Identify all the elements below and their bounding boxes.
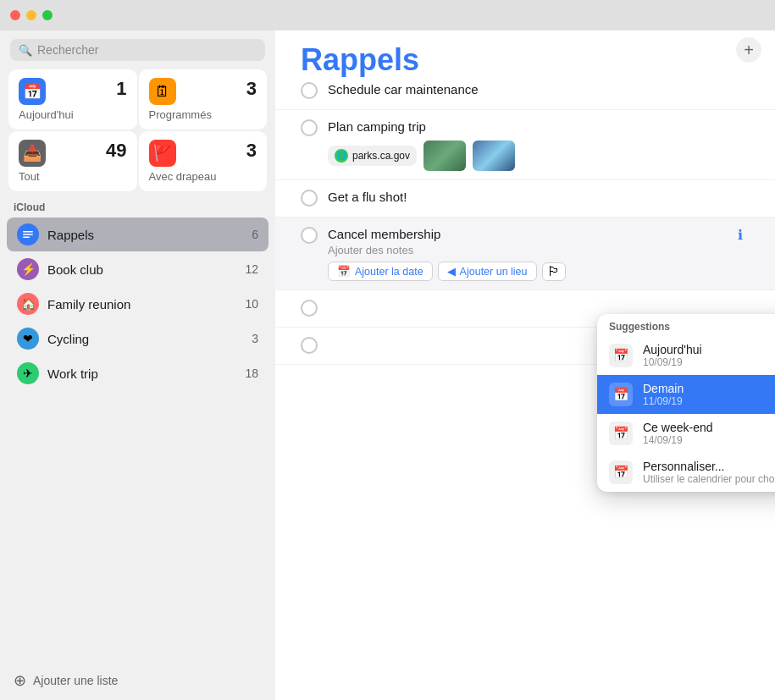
add-location-button[interactable]: ◀ Ajouter un lieu [438,262,537,281]
smart-group-all[interactable]: 📥 49 Tout [8,131,137,191]
rappels-icon [17,223,39,245]
family-label: Family reunion [47,297,236,311]
search-icon: 🔍 [19,44,32,57]
smart-group-today[interactable]: 📅 1 Aujourd'hui [8,69,137,130]
all-label: Tout [19,170,127,183]
worktrip-label: Work trip [47,367,236,381]
main-header: Rappels + [275,30,775,69]
dropdown-item-custom[interactable]: 📅 Personnaliser... Utiliser le calendrie… [597,453,775,492]
dropdown-item-tomorrow[interactable]: 📅 Demain 11/09/19 [597,375,775,414]
bookclub-icon: ⚡ [17,258,39,280]
title-bar [0,0,775,30]
scheduled-icon: 🗓 [149,78,176,105]
flagged-label: Avec drapeau [149,170,257,183]
scheduled-label: Programmés [149,108,257,121]
camping-image-1[interactable] [423,141,466,171]
reminder-item-4: Cancel membership Ajouter des notes 📅 Aj… [275,218,775,291]
reminder-body-3: Get a flu shot! [328,189,750,206]
reminder-title-1: Schedule car maintenance [328,81,750,98]
reminder-body-1: Schedule car maintenance [328,81,750,98]
flag-button[interactable]: 🏳 [542,262,566,281]
dropdown-cal-icon-today: 📅 [609,344,633,367]
sidebar-item-bookclub[interactable]: ⚡ Book club 12 [7,252,268,286]
calendar-icon: 📅 [337,265,351,278]
worktrip-count: 18 [245,367,258,380]
sidebar-item-family[interactable]: 🏠 Family reunion 10 [7,287,268,321]
reminder-item-2: Plan camping trip 🌐 parks.ca.gov [275,110,775,180]
sidebar-item-worktrip[interactable]: ✈ Work trip 18 [7,356,268,390]
cycling-icon: ❤ [17,328,39,350]
scheduled-count: 3 [246,78,257,100]
window-controls [10,10,53,20]
add-list-label: Ajouter une liste [33,674,118,687]
today-count: 1 [116,78,126,100]
family-icon: 🏠 [17,293,39,315]
dropdown-sub-weekend: 14/09/19 [643,434,713,446]
smart-group-scheduled[interactable]: 🗓 3 Programmés [139,69,268,130]
reminder-item-3: Get a flu shot! [275,180,775,218]
attachments-row: 🌐 parks.ca.gov [328,141,750,171]
dropdown-item-today[interactable]: 📅 Aujourd'hui 10/09/19 [597,336,775,375]
flagged-icon: 🚩 [149,140,176,167]
reminder-title-3: Get a flu shot! [328,189,750,206]
icloud-section: iCloud Rappels 6 ⚡ Book club 12 🏠 Family… [0,198,275,661]
add-reminder-button[interactable]: + [736,37,761,63]
reminder-checkbox-1[interactable] [301,82,318,99]
sidebar: 🔍 Rechercher 📅 1 Aujourd'hui 🗓 3 Program… [0,30,275,700]
add-list-button[interactable]: ⊕ Ajouter une liste [0,661,275,700]
sidebar-item-cycling[interactable]: ❤ Cycling 3 [7,322,268,356]
dropdown-sub-custom: Utiliser le calendrier pour choisi... [643,473,775,485]
reminder-checkbox-6[interactable] [301,337,318,354]
dropdown-sub-today: 10/09/19 [643,356,702,368]
add-list-icon: ⊕ [14,671,26,690]
dropdown-cal-icon-custom: 📅 [609,460,633,484]
svg-rect-0 [23,231,33,233]
dropdown-label-weekend: Ce week-end [643,421,713,434]
reminder-checkbox-3[interactable] [301,190,318,207]
dropdown-cal-icon-weekend: 📅 [609,422,633,445]
icloud-section-header: iCloud [0,198,275,217]
dropdown-label-today: Aujourd'hui [643,343,702,356]
all-count: 49 [106,140,126,162]
all-icon: 📥 [19,140,46,167]
close-button[interactable] [10,10,20,20]
dropdown-item-weekend[interactable]: 📅 Ce week-end 14/09/19 [597,414,775,453]
app-container: 🔍 Rechercher 📅 1 Aujourd'hui 🗓 3 Program… [0,30,775,700]
family-count: 10 [245,297,258,311]
reminder-checkbox-4[interactable] [301,227,318,244]
smart-group-flagged[interactable]: 🚩 3 Avec drapeau [139,131,268,191]
parks-link[interactable]: 🌐 parks.ca.gov [328,146,417,166]
dropdown-sub-tomorrow: 11/09/19 [643,395,684,407]
reminder-checkbox-5[interactable] [301,300,318,317]
flagged-count: 3 [246,140,257,162]
add-date-button[interactable]: 📅 Ajouter la date [328,262,433,281]
dropdown-label-tomorrow: Demain [643,382,684,395]
bookclub-label: Book club [47,262,236,277]
search-placeholder: Rechercher [37,43,98,57]
reminder-body-4: Cancel membership Ajouter des notes 📅 Aj… [328,226,721,282]
rappels-count: 6 [252,228,258,241]
bookclub-count: 12 [245,262,258,276]
sidebar-item-rappels[interactable]: Rappels 6 [7,218,268,251]
plus-icon: + [744,41,754,60]
location-icon: ◀ [447,265,456,278]
date-picker-dropdown: Suggestions 📅 Aujourd'hui 10/09/19 📅 Dem… [597,314,775,492]
maximize-button[interactable] [42,10,53,20]
rappels-label: Rappels [47,228,243,242]
svg-rect-2 [23,237,30,239]
camping-image-2[interactable] [473,141,515,171]
minimize-button[interactable] [26,10,36,20]
add-location-label: Ajouter un lieu [460,266,528,278]
dropdown-label-custom: Personnaliser... [643,460,775,473]
reminder-note-4[interactable]: Ajouter des notes [328,244,721,256]
parks-link-text: parks.ca.gov [352,150,410,162]
worktrip-icon: ✈ [17,362,39,384]
today-icon: 📅 [19,78,46,105]
search-bar[interactable]: 🔍 Rechercher [10,39,265,61]
reminder-checkbox-2[interactable] [301,119,318,136]
reminder-info-button-4[interactable]: ℹ [731,226,750,245]
smart-groups-grid: 📅 1 Aujourd'hui 🗓 3 Programmés 📥 49 Tout [0,69,275,198]
add-date-label: Ajouter la date [355,266,423,278]
reminder-title-2: Plan camping trip [328,119,750,135]
dropdown-cal-icon-tomorrow: 📅 [609,383,633,406]
